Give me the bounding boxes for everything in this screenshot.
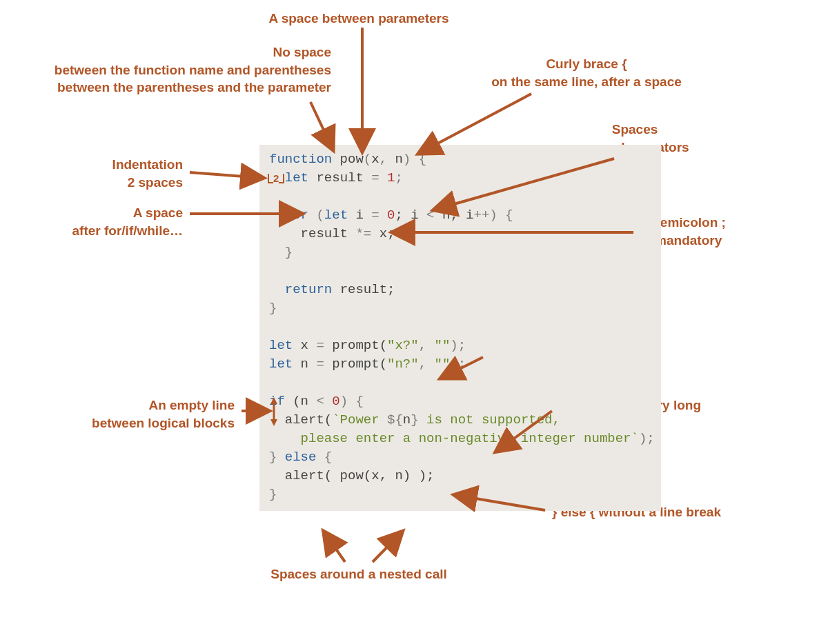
tok: ++	[474, 208, 490, 223]
tok: result	[308, 170, 371, 185]
tok: =	[316, 338, 324, 353]
tok: prompt(	[324, 356, 387, 372]
tok: function	[269, 152, 332, 167]
tok: ${	[387, 412, 403, 427]
tok: for	[285, 208, 308, 223]
svg-line-15	[373, 532, 402, 562]
annot-space-between-params: A space between parameters	[221, 10, 497, 28]
tok: "n?"	[387, 356, 419, 372]
tok: 0	[387, 208, 395, 223]
tok: let	[269, 338, 293, 353]
annot-spaces-nested-call: Spaces around a nested call	[235, 565, 483, 583]
tok: ""	[434, 338, 450, 353]
tok: =	[371, 170, 379, 185]
tok: x	[371, 152, 379, 167]
tok: (n	[285, 394, 317, 409]
tok: );	[450, 356, 466, 372]
tok: }	[411, 412, 418, 427]
annot-indent-2: Indentation 2 spaces	[55, 156, 183, 191]
tok	[324, 394, 332, 409]
tok: x	[293, 338, 316, 353]
tok: 1	[387, 170, 395, 185]
tok: }	[269, 245, 293, 260]
tok: ;	[395, 170, 402, 185]
diagram-stage: A space between parameters No space betw…	[0, 0, 828, 644]
annot-space-after-for: A space after for/if/while…	[55, 204, 183, 239]
tok	[379, 170, 387, 185]
tok: ,	[379, 152, 395, 167]
tok: else	[285, 450, 317, 465]
tok: n	[293, 356, 316, 372]
tok: result;	[332, 282, 395, 297]
tok: )	[403, 152, 411, 167]
tok: <	[316, 394, 324, 409]
tok: let	[324, 208, 348, 223]
tok: i	[348, 208, 371, 223]
tok: result	[269, 226, 355, 241]
tok: please enter a non-negative integer numb…	[269, 431, 639, 446]
code-block: function pow(x, n) { let result = 1; for…	[259, 145, 661, 511]
tok: `Power	[332, 412, 387, 427]
tok: if	[269, 394, 285, 409]
annot-empty-line-blocks: An empty line between logical blocks	[28, 396, 235, 432]
svg-line-14	[324, 532, 345, 562]
tok: <	[426, 208, 434, 223]
tok: *=	[355, 226, 371, 241]
tok: =	[371, 208, 379, 223]
svg-line-4	[190, 172, 262, 178]
tok: n; i	[435, 208, 474, 223]
tok: alert( pow(x, n) );	[269, 468, 434, 483]
tok: ""	[434, 356, 450, 372]
tok: }	[269, 487, 277, 502]
tok: pow	[332, 152, 364, 167]
tok	[379, 208, 387, 223]
tok: ) {	[489, 208, 513, 223]
annot-curly-same-line: Curly brace { on the same line, after a …	[469, 55, 704, 90]
tok: ,	[419, 356, 435, 372]
tok: is not supported,	[419, 412, 560, 427]
tok: ; i	[395, 208, 427, 223]
tok: let	[285, 170, 308, 185]
tok: 0	[332, 394, 339, 409]
tok: x;	[371, 226, 395, 241]
tok: "x?"	[387, 338, 419, 353]
tok: =	[316, 356, 324, 372]
tok: ) {	[340, 394, 364, 409]
tok: ,	[419, 338, 435, 353]
tok: alert(	[269, 412, 332, 427]
tok: );	[639, 431, 655, 446]
tok	[269, 208, 285, 223]
tok: {	[411, 152, 426, 167]
tok: n	[395, 152, 402, 167]
tok: (	[308, 208, 324, 223]
tok: return	[285, 282, 332, 297]
tok: );	[450, 338, 466, 353]
annot-no-space-fn: No space between the function name and p…	[28, 43, 331, 97]
tok: (	[364, 152, 371, 167]
tok: }	[269, 301, 277, 316]
tok: prompt(	[324, 338, 387, 353]
tok: }	[269, 450, 285, 465]
tok: let	[269, 356, 293, 372]
svg-line-1	[310, 102, 333, 149]
tok	[269, 282, 285, 297]
indent-marker: 2	[268, 173, 284, 183]
tok: {	[316, 450, 332, 465]
tok: n	[403, 412, 411, 427]
